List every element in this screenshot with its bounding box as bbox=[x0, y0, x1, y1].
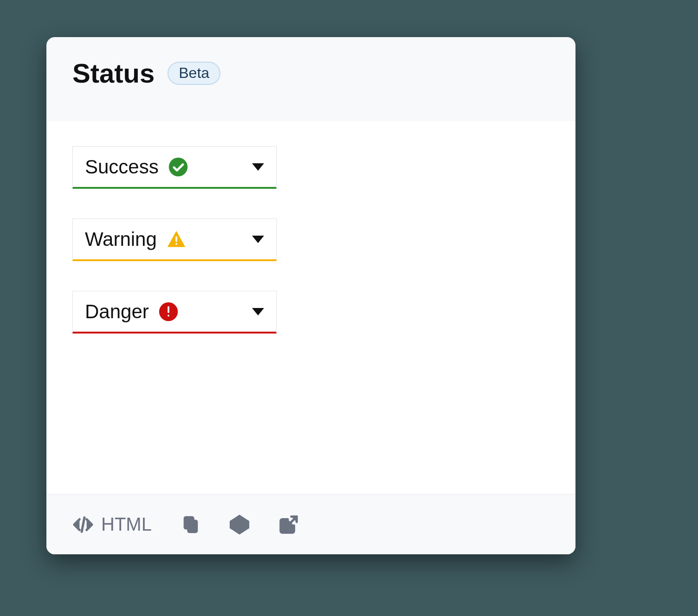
svg-rect-4 bbox=[168, 306, 169, 313]
card-header: Status Beta bbox=[46, 37, 575, 104]
status-select-warning[interactable]: Warning bbox=[72, 218, 277, 261]
view-html-button[interactable]: HTML bbox=[72, 514, 152, 535]
caret-down-icon bbox=[252, 308, 264, 315]
open-external-button[interactable] bbox=[278, 514, 299, 535]
codepen-button[interactable] bbox=[229, 514, 250, 535]
svg-rect-2 bbox=[175, 243, 177, 245]
svg-point-0 bbox=[169, 157, 187, 176]
status-label: Danger bbox=[85, 301, 149, 323]
caret-down-icon bbox=[252, 236, 264, 243]
error-circle-icon bbox=[158, 302, 179, 322]
warning-triangle-icon bbox=[166, 229, 187, 250]
preview-area: Success Warning Danger bbox=[46, 121, 575, 494]
check-circle-icon bbox=[168, 157, 188, 177]
card-footer: HTML bbox=[46, 494, 575, 554]
codepen-icon bbox=[229, 514, 250, 535]
status-select-success[interactable]: Success bbox=[72, 146, 277, 189]
view-html-label: HTML bbox=[101, 514, 152, 535]
card-title: Status bbox=[72, 58, 155, 89]
caret-down-icon bbox=[252, 163, 264, 171]
beta-badge: Beta bbox=[168, 62, 220, 85]
external-link-icon bbox=[278, 514, 299, 535]
status-label: Success bbox=[85, 156, 159, 178]
svg-rect-5 bbox=[168, 314, 169, 316]
status-label: Warning bbox=[85, 228, 157, 250]
component-card: Status Beta Success Warning Danger bbox=[46, 37, 575, 554]
svg-rect-1 bbox=[175, 236, 177, 242]
code-icon bbox=[72, 514, 94, 535]
copy-button[interactable] bbox=[180, 514, 201, 535]
svg-rect-7 bbox=[184, 516, 194, 529]
copy-icon bbox=[180, 514, 201, 535]
status-select-danger[interactable]: Danger bbox=[72, 291, 277, 334]
